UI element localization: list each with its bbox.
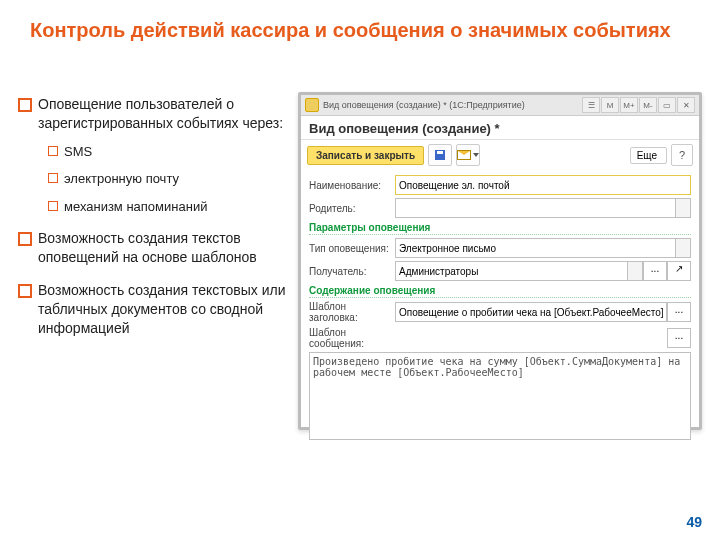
recipient-open-button[interactable]: ↗ — [667, 261, 691, 281]
section-params: Параметры оповещения — [309, 222, 691, 235]
app-icon — [305, 98, 319, 112]
bullet-text: Оповещение пользователей о зарегистриров… — [38, 96, 283, 131]
window-title: Вид оповещения (создание) * (1С:Предприя… — [323, 100, 582, 110]
type-field[interactable] — [395, 238, 676, 258]
titlebar: Вид оповещения (создание) * (1С:Предприя… — [301, 95, 699, 116]
floppy-icon — [435, 150, 445, 160]
close-button[interactable]: ✕ — [677, 97, 695, 113]
toolbar: Записать и закрыть Еще ? — [301, 140, 699, 170]
body-template-field[interactable] — [309, 352, 691, 440]
parent-field[interactable] — [395, 198, 676, 218]
m-button[interactable]: M — [601, 97, 619, 113]
more-label: Еще — [637, 150, 657, 161]
body-browse-button[interactable]: ... — [667, 328, 691, 348]
section-content: Содержание оповещения — [309, 285, 691, 298]
calc-icon[interactable]: ☰ — [582, 97, 600, 113]
help-button[interactable]: ? — [671, 144, 693, 166]
list-item: Оповещение пользователей о зарегистриров… — [10, 95, 290, 215]
page-number: 49 — [686, 514, 702, 530]
mail-dropdown-button[interactable] — [456, 144, 480, 166]
list-item: электронную почту — [38, 170, 290, 188]
list-item: SMS — [38, 143, 290, 161]
app-window: Вид оповещения (создание) * (1С:Предприя… — [298, 92, 702, 430]
recipient-label: Получатель: — [309, 266, 395, 277]
more-button[interactable]: Еще — [630, 147, 667, 164]
list-item: Возможность создания текстов оповещений … — [10, 229, 290, 267]
window-header: Вид оповещения (создание) * — [301, 116, 699, 140]
m-plus-button[interactable]: M+ — [620, 97, 638, 113]
parent-dropdown-button[interactable] — [676, 198, 691, 218]
bullet-list: Оповещение пользователей о зарегистриров… — [10, 95, 290, 352]
subject-template-label: Шаблон заголовка: — [309, 301, 395, 323]
form-heading: Вид оповещения (создание) * — [309, 121, 691, 136]
chevron-down-icon — [473, 153, 479, 157]
subject-template-field[interactable] — [395, 302, 667, 322]
minimize-button[interactable]: ▭ — [658, 97, 676, 113]
slide-title: Контроль действий кассира и сообщения о … — [0, 0, 720, 50]
recipient-field[interactable] — [395, 261, 628, 281]
recipient-dropdown-button[interactable] — [628, 261, 643, 281]
form-body: Наименование: Родитель: Параметры оповещ… — [301, 170, 699, 448]
save-and-close-button[interactable]: Записать и закрыть — [307, 146, 424, 165]
subject-browse-button[interactable]: ... — [667, 302, 691, 322]
name-field[interactable] — [395, 175, 691, 195]
titlebar-buttons: ☰ M M+ M- ▭ ✕ — [582, 97, 695, 113]
envelope-icon — [457, 150, 471, 160]
save-button[interactable] — [428, 144, 452, 166]
m-minus-button[interactable]: M- — [639, 97, 657, 113]
list-item: механизм напоминаний — [38, 198, 290, 216]
parent-label: Родитель: — [309, 203, 395, 214]
type-label: Тип оповещения: — [309, 243, 395, 254]
list-item: Возможность создания текстовых или табли… — [10, 281, 290, 338]
body-template-label: Шаблон сообщения: — [309, 327, 395, 349]
type-dropdown-button[interactable] — [676, 238, 691, 258]
recipient-browse-button[interactable]: ... — [643, 261, 667, 281]
name-label: Наименование: — [309, 180, 395, 191]
